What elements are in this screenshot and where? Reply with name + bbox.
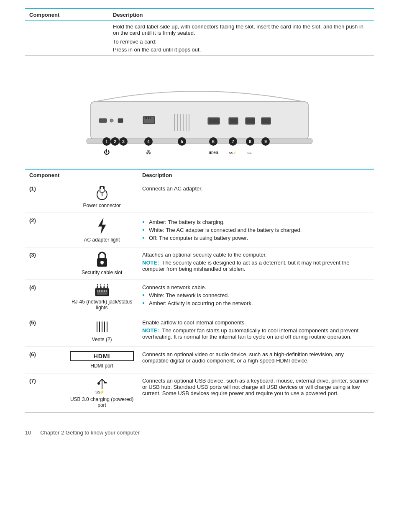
row-num-3: (3) — [25, 247, 66, 280]
row-num-4: (4) — [25, 280, 66, 315]
main-col-component-header: Component — [25, 169, 138, 181]
svg-text:HDMI: HDMI — [209, 151, 218, 155]
row-num-6: (6) — [25, 347, 66, 373]
row-name-6: HDMI port — [70, 363, 134, 369]
svg-rect-18 — [209, 118, 219, 123]
chapter-label: Chapter 2 Getting to know your computer — [40, 429, 140, 436]
svg-point-89 — [97, 382, 100, 385]
row-icon-4: RJ-45 (network) jack/status lights — [66, 280, 138, 315]
desc-line-2: To remove a card: — [113, 39, 370, 45]
bullet-list-2: Amber: The battery is charging. White: T… — [142, 219, 370, 241]
hdmi-icon: HDMI — [70, 351, 134, 361]
laptop-svg: 1 2 3 4 5 6 7 8 9 ⏻ ⁂ HDMI — [78, 77, 321, 160]
desc-line-3: Press in on the card until it pops out. — [113, 46, 370, 53]
row-name-4: RJ-45 (network) jack/status lights — [70, 299, 134, 311]
row-name-1: Power connector — [70, 203, 134, 208]
svg-marker-68 — [107, 284, 108, 286]
row-num-2: (2) — [25, 213, 66, 247]
network-icon — [94, 284, 110, 297]
vents-icon — [95, 319, 110, 334]
bullet-item: Off: The computer is using battery power… — [142, 235, 370, 241]
bullet-item: Amber: Activity is occurring on the netw… — [142, 300, 370, 306]
note-text-5: The computer fan starts up automatically… — [142, 327, 358, 340]
svg-point-69 — [97, 286, 98, 288]
lock-icon — [95, 252, 109, 267]
svg-text:7: 7 — [232, 139, 234, 144]
table-row: (5) Vents (2) Enable airflow to cool int… — [25, 315, 374, 347]
svg-rect-2 — [99, 118, 107, 123]
row-icon-1: Power connector — [66, 181, 138, 213]
svg-rect-9 — [148, 117, 149, 119]
note-5: NOTE: The computer fan starts up automat… — [142, 327, 370, 340]
row-desc-5: Enable airflow to cool internal componen… — [138, 315, 374, 347]
row-desc-7: Connects an optional USB device, such as… — [138, 373, 374, 413]
page-footer: 10 Chapter 2 Getting to know your comput… — [25, 429, 374, 436]
svg-rect-77 — [101, 290, 102, 292]
row-icon-6: HDMI HDMI port — [66, 347, 138, 373]
row-num-1: (1) — [25, 181, 66, 213]
desc-text-5: Enable airflow to cool internal componen… — [142, 319, 370, 326]
note-3: NOTE: The security cable is designed to … — [142, 260, 370, 272]
svg-rect-79 — [104, 290, 105, 292]
row-desc-4: Connects a network cable. White: The net… — [138, 280, 374, 315]
svg-rect-80 — [106, 290, 107, 292]
svg-marker-65 — [97, 284, 98, 286]
svg-text:6: 6 — [212, 139, 215, 144]
top-col-component-header: Component — [25, 9, 109, 21]
svg-text:8: 8 — [249, 139, 251, 144]
table-row: (6) HDMI HDMI port Connects an optional … — [25, 347, 374, 373]
svg-point-70 — [100, 286, 102, 288]
row-num-5: (5) — [25, 315, 66, 347]
page-num: 10 — [25, 429, 31, 436]
desc-text-7: Connects an optional USB device, such as… — [142, 378, 369, 396]
top-continuation-table: Component Description Hold the card labe… — [25, 8, 374, 56]
row-desc-1: Connects an AC adapter. — [138, 181, 374, 213]
main-col-desc-header: Description — [138, 169, 374, 181]
svg-text:4: 4 — [147, 139, 150, 144]
svg-text:⏻: ⏻ — [104, 149, 110, 155]
svg-text:SS: SS — [95, 390, 100, 394]
svg-point-3 — [110, 119, 113, 122]
row-icon-3: Security cable slot — [66, 247, 138, 280]
row-desc-2: Amber: The battery is charging. White: T… — [138, 213, 374, 247]
desc-text-3: Attaches an optional security cable to t… — [142, 252, 370, 258]
note-label-3: NOTE: — [142, 260, 159, 266]
main-components-table: Component Description (1) Power connecto… — [25, 169, 374, 413]
svg-line-87 — [99, 379, 102, 383]
laptop-illustration: 1 2 3 4 5 6 7 8 9 ⏻ ⁂ HDMI — [25, 68, 374, 160]
svg-rect-90 — [104, 382, 107, 383]
power-icon — [95, 185, 110, 200]
svg-rect-20 — [230, 118, 237, 123]
table-row: (2) AC adapter light Amber: The battery … — [25, 213, 374, 247]
svg-text:⁂: ⁂ — [146, 149, 151, 155]
desc-text-4: Connects a network cable. — [142, 284, 370, 290]
svg-point-72 — [107, 286, 108, 288]
row-icon-5: Vents (2) — [66, 315, 138, 347]
svg-rect-22 — [246, 118, 254, 123]
bullet-item: Amber: The battery is charging. — [142, 219, 370, 225]
row-name-3: Security cable slot — [70, 270, 134, 275]
note-label-5: NOTE: — [142, 327, 159, 334]
svg-point-71 — [103, 286, 105, 288]
row-name-2: AC adapter light — [70, 237, 134, 243]
row-desc-6: Connects an optional video or audio devi… — [138, 347, 374, 373]
svg-text:1: 1 — [105, 139, 108, 144]
svg-marker-66 — [100, 284, 101, 286]
row-desc-text-1: Connects an AC adapter. — [142, 185, 203, 192]
svg-rect-8 — [146, 117, 147, 119]
svg-rect-76 — [99, 290, 100, 292]
svg-rect-24 — [262, 118, 270, 123]
row-desc-3: Attaches an optional security cable to t… — [138, 247, 374, 280]
svg-text:3: 3 — [122, 139, 125, 144]
desc-text-6: Connects an optional video or audio devi… — [142, 351, 344, 364]
table-row: (3) Security cable slot Attaches an opti… — [25, 247, 374, 280]
desc-line-1: Hold the card label-side up, with connec… — [113, 23, 370, 36]
svg-rect-64 — [101, 262, 102, 265]
svg-text:SS←: SS← — [247, 152, 253, 154]
table-row: Hold the card label-side up, with connec… — [25, 21, 374, 56]
top-col-desc-header: Description — [109, 9, 374, 21]
svg-rect-78 — [102, 290, 103, 292]
top-desc-cell: Hold the card label-side up, with connec… — [109, 21, 374, 56]
bolt-icon — [96, 217, 108, 235]
svg-text:9: 9 — [264, 139, 267, 144]
